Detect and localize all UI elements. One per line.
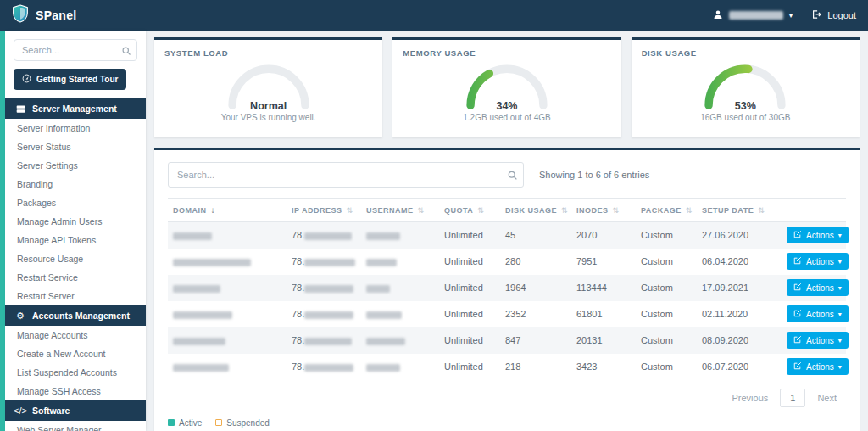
spanel-logo-icon	[12, 4, 29, 26]
memory-usage-card: MEMORY USAGE 34% 1.2GB used out of 4GB	[392, 37, 620, 137]
sidebar-item[interactable]: Restart Service	[5, 268, 146, 287]
topbar-right: ▾ Logout	[713, 9, 856, 21]
setup-date-cell: 17.09.2021	[697, 275, 782, 301]
quota-cell: Unlimited	[439, 222, 500, 249]
code-icon: </>	[15, 406, 25, 416]
domain-redacted	[173, 364, 229, 372]
actions-button-label: Actions	[806, 257, 834, 266]
table-row: 78.Unlimited235261801Custom02.11.2020Act…	[168, 301, 846, 327]
memory-usage-gauge: 34%	[459, 59, 554, 112]
sidebar-item[interactable]: Create a New Account	[5, 344, 146, 363]
sort-desc-icon: ↓	[211, 205, 216, 215]
sidebar-search-input[interactable]	[14, 39, 137, 61]
column-header[interactable]: QUOTA⇅	[439, 199, 500, 222]
inodes-cell: 7951	[571, 249, 636, 275]
disk-usage-cell: 45	[500, 222, 571, 249]
package-cell: Custom	[636, 327, 697, 354]
disk-usage-cell: 1964	[500, 275, 571, 301]
edit-icon	[793, 283, 802, 293]
sidebar-item[interactable]: Manage API Tokens	[5, 231, 146, 249]
setup-date-cell: 02.11.2020	[697, 301, 782, 327]
chevron-down-icon: ▾	[838, 311, 842, 318]
disk-usage-cell: 2352	[500, 301, 571, 327]
username-redacted	[366, 338, 405, 345]
getting-started-tour-button[interactable]: Getting Started Tour	[14, 69, 126, 90]
actions-button[interactable]: Actions▾	[787, 279, 849, 296]
table-search-input[interactable]	[168, 162, 524, 188]
ip-prefix: 78.	[292, 256, 304, 266]
main-content: SYSTEM LOAD Normal Your VPS is running w…	[146, 31, 868, 431]
sidebar-item[interactable]: Manage SSH Access	[5, 382, 146, 400]
legend-label: Active	[179, 418, 202, 428]
edit-icon	[793, 309, 802, 319]
sort-icon: ⇅	[561, 206, 568, 215]
quota-cell: Unlimited	[439, 249, 500, 275]
edit-icon	[793, 361, 802, 372]
sidebar-item[interactable]: Web Server Manager	[5, 421, 146, 431]
inodes-cell: 61801	[571, 301, 636, 327]
disk-usage-cell: 280	[500, 249, 571, 275]
column-header[interactable]: DOMAIN↓	[168, 199, 287, 222]
pagination-next[interactable]: Next	[808, 389, 846, 407]
pagination-previous[interactable]: Previous	[722, 389, 777, 407]
sidebar-item[interactable]: Restart Server	[5, 287, 146, 305]
pagination-page-1[interactable]: 1	[780, 389, 805, 407]
inodes-cell: 2070	[571, 222, 636, 249]
column-header[interactable]: SETUP DATE⇅	[697, 199, 782, 222]
column-header[interactable]: USERNAME⇅	[361, 199, 439, 222]
actions-button[interactable]: Actions▾	[787, 253, 849, 270]
actions-button-label: Actions	[806, 310, 834, 319]
column-header[interactable]: INODES⇅	[571, 199, 636, 222]
actions-button[interactable]: Actions▾	[787, 332, 849, 349]
sidebar-item[interactable]: Server Settings	[5, 156, 146, 175]
quota-cell: Unlimited	[439, 354, 500, 380]
column-header[interactable]: DISK USAGE⇅	[500, 199, 571, 222]
brand-name: SPanel	[36, 8, 77, 22]
chevron-down-icon: ▾	[838, 337, 842, 344]
package-cell: Custom	[636, 301, 697, 327]
actions-button[interactable]: Actions▾	[787, 227, 849, 243]
ip-prefix: 78.	[292, 309, 304, 319]
ip-prefix: 78.	[292, 283, 304, 293]
user-menu[interactable]: ▾	[713, 9, 793, 21]
sidebar-item[interactable]: List Suspended Accounts	[5, 363, 146, 382]
gear-icon: ⚙	[15, 311, 25, 321]
column-header[interactable]: IP ADDRESS⇅	[287, 199, 361, 222]
sidebar-section-header[interactable]: ⚙Accounts Management	[5, 305, 146, 326]
actions-button[interactable]: Actions▾	[787, 358, 849, 375]
actions-button[interactable]: Actions▾	[787, 305, 849, 322]
sort-icon: ⇅	[613, 206, 620, 215]
sidebar-item[interactable]: Server Information	[5, 119, 146, 137]
sort-icon: ⇅	[347, 206, 353, 215]
domain-redacted	[173, 338, 225, 345]
inodes-cell: 113444	[571, 275, 636, 301]
card-title: DISK USAGE	[632, 40, 860, 58]
logout-button[interactable]: Logout	[811, 9, 856, 21]
sidebar-section-header[interactable]: Server Management	[5, 98, 146, 119]
disk-usage-cell: 847	[500, 327, 571, 354]
table-row: 78.Unlimited2807951Custom06.04.2020Actio…	[168, 249, 846, 275]
sidebar-item[interactable]: Server Status	[5, 137, 146, 156]
sidebar-item[interactable]: Resource Usage	[5, 249, 146, 268]
sidebar-section-header[interactable]: </>Software	[5, 400, 146, 421]
inodes-cell: 3423	[571, 354, 636, 380]
table-row: 78.Unlimited2183423Custom06.07.2020Actio…	[168, 354, 846, 380]
sidebar-item[interactable]: Manage Admin Users	[5, 212, 146, 231]
ip-redacted	[304, 232, 352, 240]
sidebar-item[interactable]: Manage Accounts	[5, 326, 146, 344]
ip-redacted	[304, 311, 353, 319]
username-redacted	[366, 364, 400, 372]
package-cell: Custom	[636, 354, 697, 380]
domain-redacted	[173, 259, 251, 266]
domain-redacted	[173, 232, 212, 240]
column-header[interactable]: PACKAGE⇅	[636, 199, 697, 222]
sidebar-item[interactable]: Branding	[5, 175, 146, 193]
sort-icon: ⇅	[477, 206, 484, 215]
brand[interactable]: SPanel	[12, 4, 77, 26]
sidebar-item[interactable]: Packages	[5, 193, 146, 212]
ip-redacted	[304, 338, 352, 345]
table-row: 78.Unlimited452070Custom27.06.2020Action…	[168, 222, 846, 249]
edit-icon	[793, 256, 802, 266]
quota-cell: Unlimited	[439, 301, 500, 327]
ip-prefix: 78.	[292, 335, 304, 345]
